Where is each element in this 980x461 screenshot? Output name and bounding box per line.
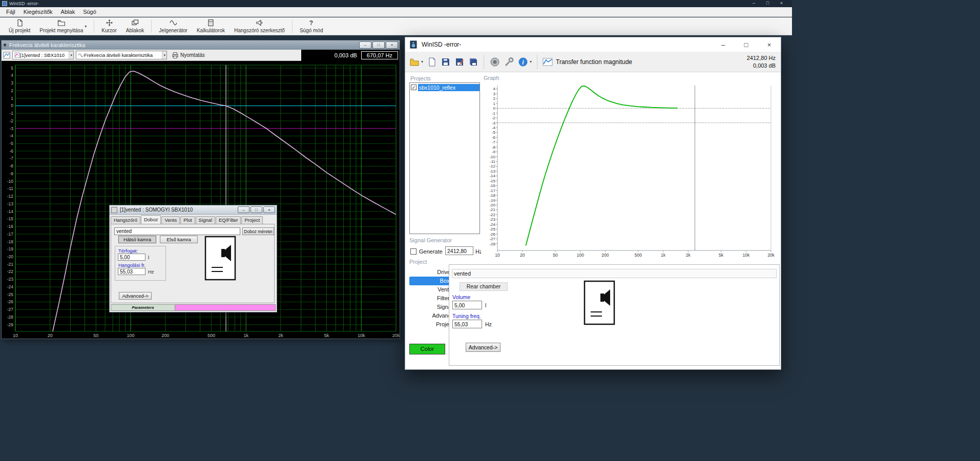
help-mode-button[interactable]: ? Súgó mód bbox=[295, 18, 328, 35]
parameters-tab[interactable]: Parameters bbox=[111, 304, 175, 311]
windows-button[interactable]: Ablakok bbox=[121, 18, 149, 35]
minimize-icon[interactable]: – bbox=[238, 206, 249, 213]
tuning-input[interactable] bbox=[452, 320, 482, 328]
maximize-icon[interactable]: □ bbox=[735, 37, 758, 52]
transfer-function-plot[interactable]: -28-27-26-25-24-23-22-21-20-19-18-17-16-… bbox=[481, 80, 777, 261]
project-checkbox[interactable]: ✓ bbox=[411, 85, 416, 90]
menu-fajl[interactable]: Fájl bbox=[2, 7, 19, 17]
box-name-input[interactable] bbox=[452, 269, 777, 278]
y-tick-label: -14 bbox=[489, 174, 495, 178]
advanced-button[interactable]: Advanced-> bbox=[466, 343, 501, 352]
main-window-title: WinISD -error- bbox=[9, 1, 39, 6]
main-window-titlebar[interactable]: WinISD -error- – □ × bbox=[0, 0, 792, 7]
chevron-down-icon[interactable]: ▾ bbox=[421, 59, 423, 64]
rear-chamber-tab[interactable]: Rear chamber bbox=[460, 282, 508, 291]
project-name[interactable]: sbx1010_reflex bbox=[418, 84, 479, 91]
volume-label: Volume bbox=[452, 294, 470, 300]
new-project-button[interactable]: Új projekt bbox=[4, 18, 35, 35]
signal-generator-button[interactable]: Jelgenerátor bbox=[154, 18, 192, 35]
generate-checkbox[interactable] bbox=[410, 248, 416, 255]
y-tick-label: -3 bbox=[492, 121, 496, 125]
sine-wave-icon bbox=[170, 19, 177, 27]
save-edit-icon[interactable] bbox=[454, 57, 465, 67]
volume-input[interactable] bbox=[452, 301, 482, 309]
x-tick-label: 100 bbox=[577, 253, 584, 258]
y-tick-label: -9 bbox=[492, 150, 496, 154]
close-icon[interactable]: × bbox=[758, 37, 781, 52]
tab-plot[interactable]: Plot bbox=[180, 216, 195, 224]
toolbar-separator bbox=[151, 19, 152, 33]
project-combo[interactable]: [1]vented : SBX1010 ▾ bbox=[12, 51, 74, 59]
tab-hangszoro[interactable]: Hangszóró bbox=[111, 216, 140, 224]
minimize-icon[interactable]: – bbox=[359, 41, 371, 49]
calculators-button[interactable]: Kalkulátorok bbox=[192, 18, 230, 35]
y-tick-label: -18 bbox=[489, 193, 495, 198]
front-chamber-button[interactable]: Első kamra bbox=[160, 236, 198, 243]
info-button[interactable]: i ▾ bbox=[518, 57, 532, 67]
rear-chamber-button[interactable]: Hátsó kamra bbox=[118, 236, 156, 243]
chevron-down-icon[interactable]: ▾ bbox=[69, 51, 73, 59]
save-all-icon[interactable] bbox=[468, 57, 478, 67]
box-dialog-titlebar[interactable]: [1]vented : SOMOGYI SBX1010 – □ × bbox=[110, 205, 277, 215]
close-icon[interactable]: × bbox=[386, 41, 398, 49]
restore-icon[interactable]: □ bbox=[372, 41, 385, 49]
frequency-input[interactable] bbox=[445, 246, 473, 255]
tab-vents[interactable]: Vents bbox=[161, 216, 180, 224]
frequency-window-titlebar[interactable]: + Frekvecia átviteli karakterisztika – □… bbox=[2, 40, 400, 50]
maximize-icon[interactable]: □ bbox=[761, 0, 775, 6]
y-tick-label: 0 bbox=[493, 106, 496, 111]
plot-type-combo[interactable]: Frekvecia átviteli karakterisztika ▾ bbox=[76, 51, 167, 59]
minimize-icon[interactable]: – bbox=[747, 0, 761, 6]
close-icon[interactable]: × bbox=[263, 206, 275, 213]
box-parameters-group: Térfogat: l Hangolási fr. Hz bbox=[115, 246, 166, 281]
print-button[interactable]: Nyomtatás bbox=[169, 52, 207, 59]
driver-tool-icon[interactable] bbox=[489, 56, 501, 68]
toolbar-separator bbox=[94, 19, 94, 33]
restore-icon[interactable]: □ bbox=[251, 206, 262, 213]
plot-type-selector[interactable]: Transfer function magnitude bbox=[543, 57, 632, 67]
winisd-titlebar[interactable]: WinISD -error- – □ × bbox=[405, 37, 781, 52]
minimize-icon[interactable]: – bbox=[712, 37, 735, 52]
tab-eq-filter[interactable]: EQ/Filter bbox=[216, 216, 241, 224]
chevron-down-icon[interactable]: ▾ bbox=[85, 24, 87, 29]
box-dimensions-button[interactable]: Doboz méretei bbox=[242, 227, 274, 235]
x-tick-label: 500 bbox=[207, 333, 215, 338]
open-project-button[interactable]: Projekt megnyitása ▾ bbox=[35, 18, 91, 35]
y-tick-label: -4 bbox=[492, 125, 496, 130]
new-file-icon[interactable] bbox=[427, 57, 437, 67]
close-icon[interactable]: × bbox=[775, 0, 788, 6]
color-button[interactable]: Color bbox=[409, 344, 445, 354]
tab-doboz[interactable]: Doboz bbox=[141, 215, 161, 224]
driver-editor-button[interactable]: Hangszóró szerkesztő bbox=[230, 18, 289, 35]
speaker-icon bbox=[256, 19, 263, 27]
menu-kiegeszitok[interactable]: Kiegészítők bbox=[19, 7, 57, 17]
menu-ablak[interactable]: Ablak bbox=[57, 7, 79, 17]
y-tick-label: -28 bbox=[489, 242, 495, 246]
save-icon[interactable] bbox=[441, 57, 451, 67]
help-icon: ? bbox=[307, 19, 315, 27]
x-tick-label: 10k bbox=[742, 253, 749, 258]
chevron-down-icon[interactable]: ▾ bbox=[162, 51, 166, 59]
tuning-input[interactable] bbox=[118, 268, 145, 275]
volume-input[interactable] bbox=[118, 254, 145, 261]
y-tick-label: -17 bbox=[489, 188, 495, 193]
y-tick-label: -22 bbox=[7, 269, 14, 274]
project-list-item[interactable]: ✓ sbx1010_reflex bbox=[410, 83, 479, 92]
box-name-input[interactable] bbox=[114, 227, 240, 235]
y-tick-label: 3 bbox=[11, 80, 13, 86]
wrench-icon[interactable] bbox=[504, 57, 514, 67]
tab-signal[interactable]: Signal bbox=[196, 216, 215, 224]
menu-sugo[interactable]: Súgó bbox=[79, 7, 100, 17]
y-tick-label: 4 bbox=[493, 87, 496, 91]
y-tick-label: 1 bbox=[493, 101, 496, 106]
advanced-button[interactable]: Advanced-> bbox=[119, 292, 152, 300]
open-button[interactable]: ▾ bbox=[409, 57, 423, 67]
winisd-window-controls: – □ × bbox=[712, 37, 781, 52]
speaker-box-diagram bbox=[204, 236, 236, 281]
tab-project[interactable]: Project bbox=[241, 216, 263, 224]
projects-listbox[interactable]: ✓ sbx1010_reflex bbox=[409, 82, 480, 234]
cursor-button[interactable]: Kurzor bbox=[97, 18, 121, 35]
y-tick-label: -21 bbox=[7, 262, 14, 267]
chevron-down-icon[interactable]: ▾ bbox=[530, 59, 532, 64]
y-tick-label: -2 bbox=[492, 116, 496, 120]
